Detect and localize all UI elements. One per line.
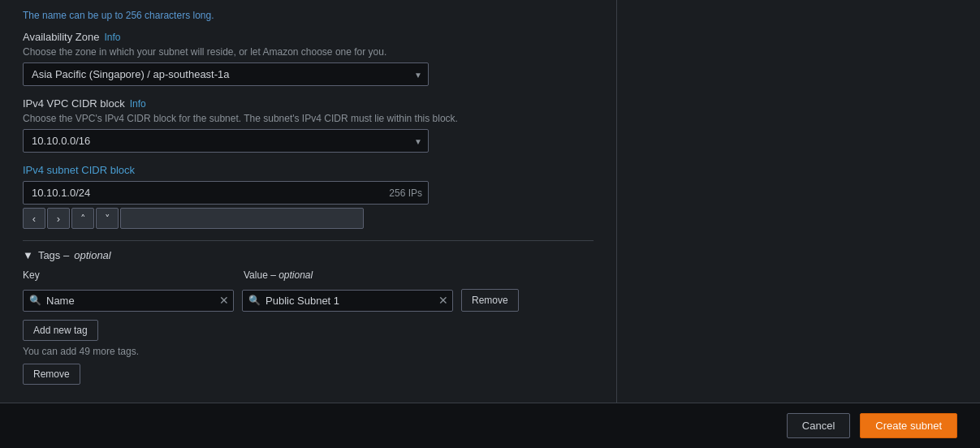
ipv4-vpc-cidr-group: IPv4 VPC CIDR block Info Choose the VPC'…	[23, 97, 594, 153]
remove-tag-button[interactable]: Remove	[461, 289, 519, 312]
right-panel	[617, 0, 980, 403]
tags-key-label: Key	[23, 269, 234, 281]
ipv4-subnet-cidr-group: IPv4 subnet CIDR block 256 IPs ‹ › ˄ ˅	[23, 164, 594, 229]
remove-section-button[interactable]: Remove	[23, 364, 80, 385]
ipv4-vpc-cidr-label: IPv4 VPC CIDR block Info	[23, 97, 594, 110]
cancel-button[interactable]: Cancel	[787, 413, 850, 438]
value-search-icon: 🔍	[248, 295, 261, 306]
availability-zone-title: Availability Zone	[23, 31, 99, 43]
stepper-up-btn[interactable]: ˄	[71, 208, 94, 229]
tags-title: Tags –	[38, 249, 69, 261]
ipv4-vpc-cidr-select[interactable]: 10.10.0.0/16	[23, 129, 429, 153]
tags-value-input-wrapper: 🔍 ✕	[242, 290, 453, 312]
key-clear-button[interactable]: ✕	[219, 295, 229, 306]
availability-zone-desc: Choose the zone in which your subnet wil…	[23, 46, 594, 58]
cidr-input-wrapper: 256 IPs	[23, 181, 429, 205]
availability-zone-select-wrapper: Asia Pacific (Singapore) / ap-southeast-…	[23, 62, 429, 86]
tags-value-input[interactable]	[242, 290, 453, 312]
add-tag-button[interactable]: Add new tag	[23, 320, 98, 341]
tags-collapse-icon[interactable]: ▼	[23, 249, 33, 261]
stepper-prev-btn[interactable]: ›	[47, 208, 70, 229]
value-clear-button[interactable]: ✕	[438, 295, 448, 306]
availability-zone-info[interactable]: Info	[104, 32, 120, 43]
availability-zone-select[interactable]: Asia Pacific (Singapore) / ap-southeast-…	[23, 62, 429, 86]
create-subnet-button[interactable]: Create subnet	[860, 413, 957, 438]
availability-zone-label: Availability Zone Info	[23, 31, 594, 43]
tags-value-col-header: Value – optional	[244, 269, 455, 284]
name-length-hint: The name can be up to 256 characters lon…	[23, 10, 594, 21]
tags-column-headers: Key Value – optional	[23, 269, 594, 284]
stepper-bar	[120, 208, 364, 229]
tags-key-col-header: Key	[23, 269, 234, 284]
ipv4-subnet-cidr-label: IPv4 subnet CIDR block	[23, 164, 594, 176]
availability-zone-group: Availability Zone Info Choose the zone i…	[23, 31, 594, 86]
ipv4-subnet-cidr-input[interactable]	[23, 181, 429, 205]
footer-bar: Cancel Create subnet	[0, 403, 980, 448]
ipv4-vpc-cidr-info[interactable]: Info	[130, 98, 146, 110]
tags-value-label: Value – optional	[244, 269, 455, 281]
ipv4-vpc-cidr-desc: Choose the VPC's IPv4 CIDR block for the…	[23, 113, 594, 124]
tags-key-input[interactable]	[23, 290, 234, 312]
stepper-prev-prev-btn[interactable]: ‹	[23, 208, 45, 229]
tags-limit-text: You can add 49 more tags.	[23, 346, 594, 357]
stepper-down-btn[interactable]: ˅	[96, 208, 119, 229]
tags-key-input-wrapper: 🔍 ✕	[23, 290, 234, 312]
tags-optional-label: optional	[74, 249, 111, 261]
ipv4-vpc-cidr-select-wrapper: 10.10.0.0/16	[23, 129, 429, 153]
ipv4-vpc-cidr-title: IPv4 VPC CIDR block	[23, 97, 125, 110]
tags-header: ▼ Tags – optional	[23, 240, 594, 261]
cidr-stepper-controls: ‹ › ˄ ˅	[23, 208, 364, 229]
cidr-ips-badge: 256 IPs	[389, 187, 422, 199]
key-search-icon: 🔍	[29, 295, 41, 306]
tags-row: 🔍 ✕ 🔍 ✕ Remove	[23, 289, 594, 312]
tags-section: ▼ Tags – optional Key Value – optional 🔍	[23, 240, 594, 396]
